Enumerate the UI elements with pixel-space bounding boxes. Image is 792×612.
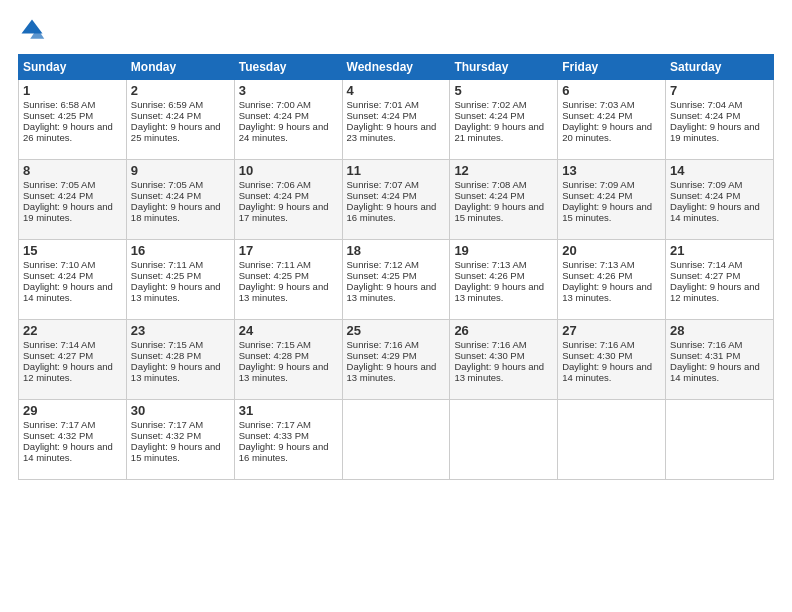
day-number: 18 [347,243,446,258]
sunset-line: Sunset: 4:30 PM [562,350,661,361]
sunrise-line: Sunrise: 7:05 AM [131,179,230,190]
calendar-cell: 28Sunrise: 7:16 AMSunset: 4:31 PMDayligh… [666,320,774,400]
sunset-line: Sunset: 4:32 PM [23,430,122,441]
day-number: 20 [562,243,661,258]
header [18,16,774,44]
calendar-cell: 15Sunrise: 7:10 AMSunset: 4:24 PMDayligh… [19,240,127,320]
daylight-line: Daylight: 9 hours and 13 minutes. [239,281,338,303]
daylight-line: Daylight: 9 hours and 16 minutes. [347,201,446,223]
sunrise-line: Sunrise: 7:16 AM [562,339,661,350]
day-number: 26 [454,323,553,338]
daylight-line: Daylight: 9 hours and 13 minutes. [347,361,446,383]
day-number: 16 [131,243,230,258]
sunset-line: Sunset: 4:24 PM [23,190,122,201]
daylight-line: Daylight: 9 hours and 15 minutes. [454,201,553,223]
day-number: 19 [454,243,553,258]
calendar-cell: 21Sunrise: 7:14 AMSunset: 4:27 PMDayligh… [666,240,774,320]
day-number: 6 [562,83,661,98]
calendar-header-thursday: Thursday [450,55,558,80]
day-number: 25 [347,323,446,338]
sunset-line: Sunset: 4:30 PM [454,350,553,361]
sunrise-line: Sunrise: 7:14 AM [670,259,769,270]
calendar-header-tuesday: Tuesday [234,55,342,80]
sunset-line: Sunset: 4:24 PM [347,190,446,201]
day-number: 2 [131,83,230,98]
sunrise-line: Sunrise: 7:06 AM [239,179,338,190]
daylight-line: Daylight: 9 hours and 14 minutes. [670,201,769,223]
sunrise-line: Sunrise: 7:12 AM [347,259,446,270]
sunset-line: Sunset: 4:25 PM [239,270,338,281]
sunrise-line: Sunrise: 7:02 AM [454,99,553,110]
sunset-line: Sunset: 4:25 PM [23,110,122,121]
daylight-line: Daylight: 9 hours and 24 minutes. [239,121,338,143]
sunrise-line: Sunrise: 7:00 AM [239,99,338,110]
calendar-cell: 8Sunrise: 7:05 AMSunset: 4:24 PMDaylight… [19,160,127,240]
daylight-line: Daylight: 9 hours and 13 minutes. [454,281,553,303]
calendar-header-friday: Friday [558,55,666,80]
sunset-line: Sunset: 4:24 PM [131,110,230,121]
calendar-cell [450,400,558,480]
day-number: 10 [239,163,338,178]
calendar-header-sunday: Sunday [19,55,127,80]
sunset-line: Sunset: 4:27 PM [670,270,769,281]
daylight-line: Daylight: 9 hours and 18 minutes. [131,201,230,223]
sunrise-line: Sunrise: 7:11 AM [131,259,230,270]
sunrise-line: Sunrise: 7:13 AM [454,259,553,270]
sunrise-line: Sunrise: 7:10 AM [23,259,122,270]
daylight-line: Daylight: 9 hours and 14 minutes. [670,361,769,383]
calendar-week-4: 22Sunrise: 7:14 AMSunset: 4:27 PMDayligh… [19,320,774,400]
calendar-cell: 29Sunrise: 7:17 AMSunset: 4:32 PMDayligh… [19,400,127,480]
day-number: 5 [454,83,553,98]
daylight-line: Daylight: 9 hours and 13 minutes. [131,281,230,303]
daylight-line: Daylight: 9 hours and 20 minutes. [562,121,661,143]
day-number: 31 [239,403,338,418]
sunset-line: Sunset: 4:28 PM [239,350,338,361]
day-number: 15 [23,243,122,258]
day-number: 8 [23,163,122,178]
day-number: 4 [347,83,446,98]
day-number: 30 [131,403,230,418]
sunset-line: Sunset: 4:24 PM [562,110,661,121]
sunrise-line: Sunrise: 7:17 AM [239,419,338,430]
calendar-cell: 16Sunrise: 7:11 AMSunset: 4:25 PMDayligh… [126,240,234,320]
calendar-table: SundayMondayTuesdayWednesdayThursdayFrid… [18,54,774,480]
calendar-cell: 3Sunrise: 7:00 AMSunset: 4:24 PMDaylight… [234,80,342,160]
sunrise-line: Sunrise: 7:09 AM [562,179,661,190]
sunrise-line: Sunrise: 7:15 AM [239,339,338,350]
calendar-cell: 4Sunrise: 7:01 AMSunset: 4:24 PMDaylight… [342,80,450,160]
day-number: 28 [670,323,769,338]
sunset-line: Sunset: 4:24 PM [454,190,553,201]
sunrise-line: Sunrise: 7:05 AM [23,179,122,190]
day-number: 11 [347,163,446,178]
daylight-line: Daylight: 9 hours and 17 minutes. [239,201,338,223]
sunset-line: Sunset: 4:29 PM [347,350,446,361]
calendar-cell: 13Sunrise: 7:09 AMSunset: 4:24 PMDayligh… [558,160,666,240]
calendar-cell: 27Sunrise: 7:16 AMSunset: 4:30 PMDayligh… [558,320,666,400]
daylight-line: Daylight: 9 hours and 13 minutes. [347,281,446,303]
calendar-cell: 2Sunrise: 6:59 AMSunset: 4:24 PMDaylight… [126,80,234,160]
daylight-line: Daylight: 9 hours and 19 minutes. [23,201,122,223]
calendar-cell [666,400,774,480]
day-number: 22 [23,323,122,338]
sunset-line: Sunset: 4:24 PM [23,270,122,281]
calendar-week-3: 15Sunrise: 7:10 AMSunset: 4:24 PMDayligh… [19,240,774,320]
calendar-cell: 7Sunrise: 7:04 AMSunset: 4:24 PMDaylight… [666,80,774,160]
sunrise-line: Sunrise: 6:59 AM [131,99,230,110]
sunrise-line: Sunrise: 7:08 AM [454,179,553,190]
calendar-week-5: 29Sunrise: 7:17 AMSunset: 4:32 PMDayligh… [19,400,774,480]
sunset-line: Sunset: 4:31 PM [670,350,769,361]
calendar-cell: 19Sunrise: 7:13 AMSunset: 4:26 PMDayligh… [450,240,558,320]
calendar-cell: 22Sunrise: 7:14 AMSunset: 4:27 PMDayligh… [19,320,127,400]
sunset-line: Sunset: 4:24 PM [239,190,338,201]
calendar-cell: 9Sunrise: 7:05 AMSunset: 4:24 PMDaylight… [126,160,234,240]
sunset-line: Sunset: 4:24 PM [562,190,661,201]
day-number: 17 [239,243,338,258]
daylight-line: Daylight: 9 hours and 26 minutes. [23,121,122,143]
daylight-line: Daylight: 9 hours and 12 minutes. [670,281,769,303]
calendar-cell: 30Sunrise: 7:17 AMSunset: 4:32 PMDayligh… [126,400,234,480]
daylight-line: Daylight: 9 hours and 23 minutes. [347,121,446,143]
sunrise-line: Sunrise: 7:14 AM [23,339,122,350]
logo [18,16,48,44]
sunrise-line: Sunrise: 6:58 AM [23,99,122,110]
sunrise-line: Sunrise: 7:11 AM [239,259,338,270]
